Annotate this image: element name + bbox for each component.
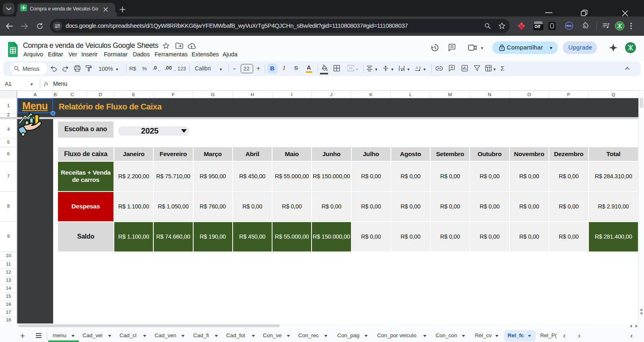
svg-text:A: A [416,66,418,70]
